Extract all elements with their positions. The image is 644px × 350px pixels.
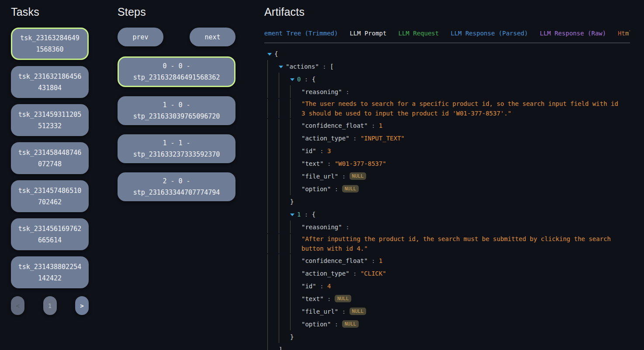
task-item[interactable]: tsk_231457486510702462 bbox=[11, 180, 89, 212]
indent-guide bbox=[290, 170, 301, 182]
task-item-label: tsk_231457486510702462 bbox=[17, 185, 82, 208]
json-token-colon: : bbox=[338, 173, 349, 180]
json-token-null: NULL bbox=[342, 185, 359, 192]
indent-guide bbox=[290, 157, 301, 170]
task-item[interactable]: tsk_231632846491568360 bbox=[11, 28, 89, 60]
indent-guide bbox=[279, 99, 290, 118]
indent-guide bbox=[290, 305, 301, 318]
indent-guide bbox=[267, 292, 279, 305]
json-token-colon: : bbox=[319, 63, 330, 70]
task-item[interactable]: tsk_231438802254142422 bbox=[11, 256, 89, 288]
artifacts-title: Artifacts bbox=[264, 6, 644, 18]
collapse-arrow-icon[interactable] bbox=[290, 213, 297, 216]
json-token-punct: { bbox=[274, 50, 278, 57]
next-step-button[interactable]: next bbox=[190, 28, 235, 46]
json-token-key: "text" bbox=[301, 160, 324, 167]
pagination-next-button[interactable]: > bbox=[75, 296, 89, 315]
step-item[interactable]: 1 - 1 - stp_231633237333592370 bbox=[118, 134, 235, 163]
json-row: "action_type" : "INPUT_TEXT" bbox=[267, 132, 629, 144]
artifacts-tab[interactable]: LLM Response (Raw) bbox=[540, 30, 606, 37]
json-token-key: "action_type" bbox=[301, 270, 350, 277]
artifacts-tab[interactable]: Html (Raw) bbox=[618, 30, 630, 37]
indent-guide bbox=[290, 119, 301, 132]
pagination-prev-button[interactable]: < bbox=[11, 296, 24, 315]
indent-guide bbox=[290, 144, 301, 157]
json-token-number: 1 bbox=[379, 257, 382, 264]
step-item-label: 0 - 0 - stp_231632846491568362 bbox=[125, 60, 228, 83]
json-row: } bbox=[267, 195, 629, 208]
json-row: 0 : { bbox=[267, 73, 629, 85]
indent-guide bbox=[290, 280, 301, 292]
indent-guide bbox=[267, 73, 279, 85]
indent-guide bbox=[267, 318, 279, 330]
json-row: 1 : { bbox=[267, 208, 629, 220]
step-item[interactable]: 1 - 0 - stp_231633039765096720 bbox=[118, 96, 235, 125]
indent-guide bbox=[267, 60, 279, 73]
indent-guide bbox=[267, 234, 279, 253]
collapse-arrow-icon[interactable] bbox=[290, 77, 297, 81]
json-token-colon: : bbox=[350, 135, 360, 142]
indent-guide bbox=[290, 99, 301, 118]
json-token-colon: : bbox=[338, 308, 349, 315]
json-token-punct: [ bbox=[330, 63, 333, 70]
json-token-null: NULL bbox=[350, 308, 367, 315]
task-item[interactable]: tsk_231459311205512332 bbox=[11, 104, 89, 136]
artifacts-tab[interactable]: Element Tree (Trimmed) bbox=[264, 30, 338, 37]
task-list: tsk_231632846491568360 tsk_2316321864564… bbox=[11, 28, 89, 288]
task-item-label: tsk_231456169762665614 bbox=[17, 223, 82, 246]
json-token-string: "W01-377-8537" bbox=[335, 160, 386, 167]
indent-guide bbox=[279, 330, 290, 343]
json-row: "After inputting the product id, the sea… bbox=[267, 233, 629, 254]
json-token-number: 4 bbox=[327, 283, 331, 290]
artifacts-tab[interactable]: LLM Prompt bbox=[350, 30, 386, 37]
json-token-null: NULL bbox=[342, 320, 359, 328]
steps-panel: Steps prev next 0 - 0 - stp_231632846491… bbox=[118, 6, 235, 210]
json-token-null: NULL bbox=[335, 295, 352, 302]
json-row: "reasoning" : bbox=[267, 220, 629, 233]
indent-guide bbox=[290, 318, 301, 330]
indent-guide bbox=[290, 267, 301, 280]
indent-guide bbox=[279, 144, 290, 157]
indent-guide bbox=[267, 157, 279, 170]
task-item[interactable]: tsk_231632186456431804 bbox=[11, 66, 89, 98]
indent-guide bbox=[267, 99, 279, 118]
json-token-punct: } bbox=[290, 198, 294, 205]
json-row: "action_type" : "CLICK" bbox=[267, 267, 629, 280]
json-token-index: 1 bbox=[297, 211, 301, 218]
json-row: "confidence_float" : 1 bbox=[267, 254, 629, 267]
artifacts-tab[interactable]: LLM Request bbox=[398, 30, 439, 37]
indent-guide bbox=[279, 73, 290, 85]
indent-guide bbox=[290, 254, 301, 267]
task-item-label: tsk_231438802254142422 bbox=[17, 261, 82, 284]
indent-guide bbox=[267, 182, 279, 195]
task-item[interactable]: tsk_231458448746072748 bbox=[11, 142, 89, 174]
json-token-colon: : bbox=[350, 270, 360, 277]
collapse-arrow-icon[interactable] bbox=[267, 52, 274, 56]
json-row: "confidence_float" : 1 bbox=[267, 119, 629, 132]
json-token-key: "file_url" bbox=[301, 308, 338, 315]
json-token-colon: : bbox=[368, 122, 379, 129]
indent-guide bbox=[267, 220, 279, 233]
json-token-number: 3 bbox=[327, 147, 331, 154]
step-item[interactable]: 0 - 0 - stp_231632846491568362 bbox=[118, 56, 235, 87]
step-item[interactable]: 2 - 0 - stp_231633344707774794 bbox=[118, 172, 235, 201]
json-token-colon: : bbox=[342, 88, 353, 95]
pagination-page-button[interactable]: 1 bbox=[43, 296, 57, 315]
collapse-arrow-icon[interactable] bbox=[279, 65, 286, 68]
json-token-key: "option" bbox=[301, 186, 331, 192]
task-item-label: tsk_231632186456431804 bbox=[17, 71, 82, 94]
indent-guide bbox=[279, 85, 290, 98]
indent-guide bbox=[279, 318, 290, 330]
indent-guide bbox=[279, 182, 290, 195]
step-list: 0 - 0 - stp_231632846491568362 1 - 0 - s… bbox=[118, 56, 235, 201]
task-item[interactable]: tsk_231456169762665614 bbox=[11, 218, 89, 250]
prev-step-button[interactable]: prev bbox=[118, 28, 163, 46]
json-token-key: "file_url" bbox=[301, 173, 338, 180]
indent-guide bbox=[267, 132, 279, 144]
artifacts-tab[interactable]: LLM Response (Parsed) bbox=[450, 30, 528, 37]
step-item-label: 1 - 0 - stp_231633039765096720 bbox=[124, 99, 229, 122]
json-token-punct: { bbox=[312, 211, 315, 218]
json-token-key: "confidence_float" bbox=[301, 122, 368, 129]
json-row: "text" : "W01-377-8537" bbox=[267, 157, 629, 170]
json-token-colon: : bbox=[342, 224, 353, 231]
